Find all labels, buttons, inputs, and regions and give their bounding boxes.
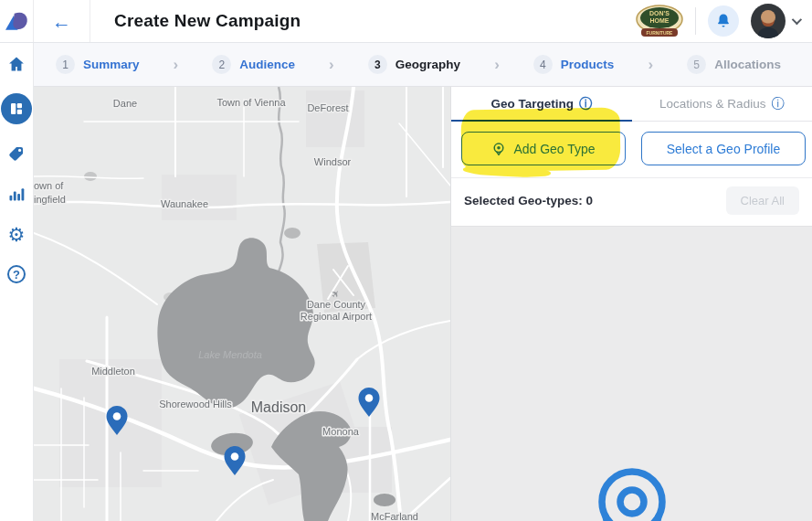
map-canvas[interactable]: ✈ DaneTown of ViennaDeForestWindsorown o… [34,87,450,521]
step-number: 5 [687,55,706,74]
map-label: Waunakee [161,198,208,209]
step-allocations[interactable]: 5 Allocations [687,55,781,74]
step-separator-icon: › [494,56,500,74]
map-label: own of [34,180,64,191]
dashboard-icon [8,101,25,117]
wizard-stepper: 1 Summary › 2 Audience › 3 Geography › 4… [34,43,812,87]
geo-pin-icon [491,142,506,156]
map-label: Shorewood Hills [159,399,232,409]
sidebar-item-home[interactable] [5,53,27,75]
sidebar-item-dashboard[interactable] [1,93,32,124]
map-label: Monona [322,426,360,437]
back-arrow-icon: ← [52,12,71,31]
select-geo-profile-button[interactable]: Select a Geo Profile [641,132,806,165]
selected-geo-types-label: Selected Geo-types: 0 [464,194,593,207]
step-number: 3 [368,55,387,74]
map-label: Windsor [314,156,352,167]
sidebar-item-help[interactable]: ? [5,263,27,285]
step-geography[interactable]: 3 Geography [368,55,460,74]
chevron-down-icon [792,15,802,25]
active-tab-underline [451,120,632,122]
step-products[interactable]: 4 Products [533,55,615,74]
map-label: Madison [251,399,306,415]
selected-geo-types-row: Selected Geo-types: 0 Clear All [451,177,812,226]
map-label: ingfield [34,194,66,205]
info-icon[interactable]: ⓘ [771,96,784,112]
step-separator-icon: › [648,56,653,74]
step-number: 4 [533,55,553,74]
tag-icon [7,144,26,163]
add-geo-type-button[interactable]: Add Geo Type [461,132,626,165]
app-logo-icon [3,7,30,35]
map-label: Town of Vienna [216,97,286,108]
bar-chart-icon [7,185,26,203]
back-button[interactable]: ← [34,0,90,42]
app-header: ← Create New Campaign DON'S HOME FURNITU… [0,0,812,43]
empty-state-pin-icon [568,462,696,521]
brand-badge: DON'S HOME FURNITURE [636,4,683,38]
svg-text:DON'S: DON'S [649,10,670,16]
bell-icon [715,13,732,29]
svg-text:FURNITURE: FURNITURE [647,30,674,36]
map-label: Dane [113,98,137,109]
map-label: McFarland [371,511,418,521]
gear-icon: ⚙ [8,225,26,244]
step-audience[interactable]: 2 Audience [212,55,295,74]
sidebar-item-analytics[interactable] [5,183,27,205]
app-logo[interactable] [0,0,34,42]
help-icon: ? [7,265,26,283]
home-icon [7,55,26,73]
header-divider [695,7,696,35]
geo-tabs: Geo Targeting ⓘ Locations & Radius ⓘ [451,87,812,122]
step-number: 2 [212,55,231,74]
page-title: Create New Campaign [90,0,301,42]
svg-text:HOME: HOME [650,17,670,24]
user-menu[interactable] [751,4,799,38]
avatar [751,4,786,38]
step-separator-icon: › [174,56,179,74]
map-label: DeForest [307,102,348,113]
clear-all-button[interactable]: Clear All [726,186,799,215]
sidebar-item-settings[interactable]: ⚙ [5,223,27,245]
map-label: Middleton [91,366,135,377]
map-label: Dane County [307,299,366,310]
step-separator-icon: › [329,56,334,74]
geo-targeting-panel: Geo Targeting ⓘ Locations & Radius ⓘ [450,87,812,521]
map-label: Lake Mendota [198,349,262,360]
notifications-button[interactable] [708,5,739,37]
tab-locations-radius[interactable]: Locations & Radius ⓘ [632,87,812,121]
tab-geo-targeting[interactable]: Geo Targeting ⓘ [451,87,632,121]
map-label: Regional Airport [301,311,372,322]
step-number: 1 [56,55,75,74]
geo-empty-state [451,226,812,521]
nav-sidebar: ⚙ ? [0,43,34,521]
info-icon[interactable]: ⓘ [579,96,592,112]
sidebar-item-tags[interactable] [5,143,27,165]
step-summary[interactable]: 1 Summary [56,55,140,74]
